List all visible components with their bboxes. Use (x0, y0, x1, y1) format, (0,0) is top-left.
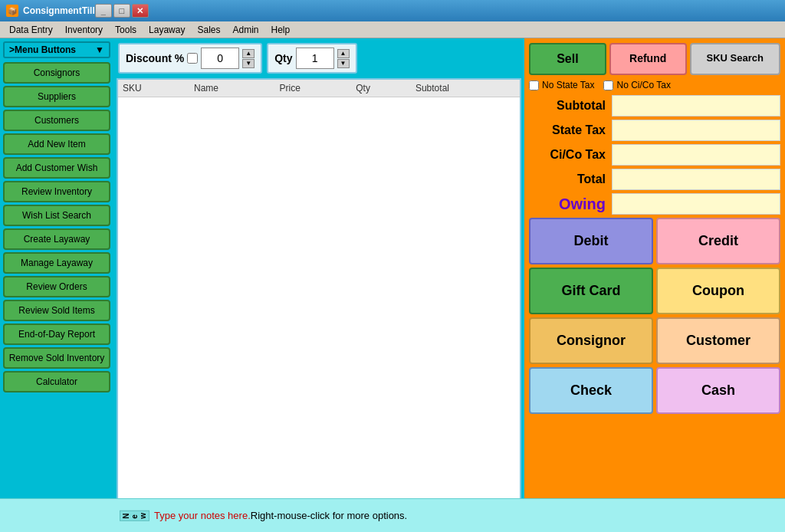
menu-item-admin[interactable]: Admin (226, 23, 264, 37)
refund-button[interactable]: Refund (609, 43, 687, 75)
no-state-tax-checkbox[interactable] (529, 80, 539, 90)
window-controls: _ □ ✕ (95, 4, 149, 18)
credit-button[interactable]: Credit (656, 218, 780, 264)
debit-button[interactable]: Debit (529, 218, 653, 264)
notes-area: New Type your notes here. Right-mouse-cl… (113, 498, 785, 532)
window-title: ConsignmentTill (23, 5, 95, 16)
discount-area: Discount % ▲ ▼ (118, 43, 262, 74)
sidebar-btn-review-orders[interactable]: Review Orders (3, 276, 110, 297)
discount-input[interactable] (201, 48, 239, 69)
gift-card-button[interactable]: Gift Card (529, 268, 653, 314)
sidebar-btn-review-inventory[interactable]: Review Inventory (3, 181, 110, 202)
state-tax-label: State Tax (529, 123, 606, 137)
main-area: >Menu Buttons ▼ ConsignorsSuppliersCusto… (0, 38, 785, 532)
discount-checkbox[interactable] (187, 53, 198, 64)
col-name: Name (189, 80, 275, 97)
sidebar-btn-manage-layaway[interactable]: Manage Layaway (3, 252, 110, 274)
sku-search-button[interactable]: SKU Search (690, 43, 781, 75)
sidebar-btn-calculator[interactable]: Calculator (3, 371, 110, 392)
sidebar-btn-remove-sold-inventory[interactable]: Remove Sold Inventory (3, 347, 110, 369)
col-price: Price (275, 80, 352, 97)
sidebar-btn-customers[interactable]: Customers (3, 110, 110, 131)
cico-tax-label: Ci/Co Tax (529, 148, 606, 162)
dropdown-label: >Menu Buttons (9, 44, 76, 55)
qty-up-arrow[interactable]: ▲ (337, 49, 350, 58)
menu-item-tools[interactable]: Tools (109, 23, 143, 37)
customer-button[interactable]: Customer (656, 317, 780, 364)
qty-input[interactable] (296, 48, 334, 69)
notes-prompt-red: Type your notes here. (154, 510, 251, 521)
menu-item-inventory[interactable]: Inventory (59, 23, 109, 37)
subtotal-label: Subtotal (529, 99, 606, 113)
minimize-button[interactable]: _ (95, 4, 112, 18)
state-tax-input[interactable] (612, 120, 780, 141)
item-table-container: SKU Name Price Qty Subtotal (117, 78, 521, 500)
sell-button[interactable]: Sell (529, 43, 606, 75)
owing-label: Owing (529, 195, 606, 213)
owing-input[interactable] (612, 193, 780, 215)
cico-tax-row: Ci/Co Tax (529, 144, 780, 166)
col-subtotal: Subtotal (411, 80, 520, 97)
sidebar-btn-add-customer-wish[interactable]: Add Customer Wish (3, 157, 110, 179)
qty-label: Qty (274, 52, 292, 64)
menu-item-layaway[interactable]: Layaway (143, 23, 191, 37)
new-label: New (120, 511, 149, 521)
sidebar-btn-create-layaway[interactable]: Create Layaway (3, 228, 110, 250)
cico-tax-input[interactable] (612, 144, 780, 166)
menu-item-help[interactable]: Help (265, 23, 297, 37)
state-tax-row: State Tax (529, 120, 780, 141)
discount-spinner: ▲ ▼ (242, 49, 255, 68)
subtotal-row: Subtotal (529, 95, 780, 117)
subtotal-input[interactable] (612, 95, 780, 117)
coupon-button[interactable]: Coupon (656, 268, 780, 314)
no-cico-tax-label[interactable]: No Ci/Co Tax (603, 80, 670, 90)
qty-down-arrow[interactable]: ▼ (337, 59, 350, 68)
qty-spinner: ▲ ▼ (337, 49, 350, 68)
no-state-tax-label[interactable]: No State Tax (529, 80, 594, 90)
dropdown-arrow-icon: ▼ (95, 44, 104, 55)
maximize-button[interactable]: □ (113, 4, 130, 18)
discount-up-arrow[interactable]: ▲ (242, 49, 255, 58)
sidebar-btn-consignors[interactable]: Consignors (3, 62, 110, 84)
total-row: Total (529, 169, 780, 190)
sidebar-btn-review-sold-items[interactable]: Review Sold Items (3, 300, 110, 321)
right-top-buttons: Sell Refund SKU Search (529, 43, 780, 75)
titlebar: 📦 ConsignmentTill _ □ ✕ (0, 0, 785, 21)
col-sku: SKU (118, 80, 189, 97)
sidebar-btn-add-new-item[interactable]: Add New Item (3, 133, 110, 155)
total-input[interactable] (612, 169, 780, 190)
tax-options: No State Tax No Ci/Co Tax (529, 78, 780, 92)
menu-item-data-entry[interactable]: Data Entry (3, 23, 59, 37)
sidebar-btn-suppliers[interactable]: Suppliers (3, 86, 110, 107)
toolbar: Discount % ▲ ▼ Qty ▲ ▼ (117, 41, 521, 75)
table-header-row: SKU Name Price Qty Subtotal (118, 80, 520, 97)
sidebar-btn-end-of-day-report[interactable]: End-of-Day Report (3, 323, 110, 345)
payment-buttons: Debit Credit Gift Card Coupon Consignor … (529, 218, 780, 414)
discount-down-arrow[interactable]: ▼ (242, 59, 255, 68)
notes-prompt-black: Right-mouse-click for more options. (251, 510, 407, 521)
no-cico-tax-checkbox[interactable] (603, 80, 613, 90)
item-table: SKU Name Price Qty Subtotal (118, 80, 520, 97)
check-button[interactable]: Check (529, 367, 653, 414)
app-icon: 📦 (6, 5, 18, 17)
totals-area: Subtotal State Tax Ci/Co Tax Total Owing (529, 95, 780, 215)
center-panel: Discount % ▲ ▼ Qty ▲ ▼ (113, 38, 524, 532)
total-label: Total (529, 172, 606, 186)
notes-sidebar-bottom (0, 498, 113, 532)
sidebar: >Menu Buttons ▼ ConsignorsSuppliersCusto… (0, 38, 113, 532)
consignor-button[interactable]: Consignor (529, 317, 653, 364)
menubar: Data EntryInventoryToolsLayawaySalesAdmi… (0, 21, 785, 38)
sidebar-btn-wish-list-search[interactable]: Wish List Search (3, 205, 110, 226)
discount-label: Discount % (126, 52, 184, 64)
close-button[interactable]: ✕ (132, 4, 149, 18)
cash-button[interactable]: Cash (656, 367, 780, 414)
menu-buttons-dropdown[interactable]: >Menu Buttons ▼ (3, 41, 110, 58)
right-panel: Sell Refund SKU Search No State Tax No C… (524, 38, 785, 532)
owing-row: Owing (529, 193, 780, 215)
qty-area: Qty ▲ ▼ (267, 43, 356, 74)
col-qty: Qty (351, 80, 411, 97)
menu-item-sales[interactable]: Sales (191, 23, 226, 37)
